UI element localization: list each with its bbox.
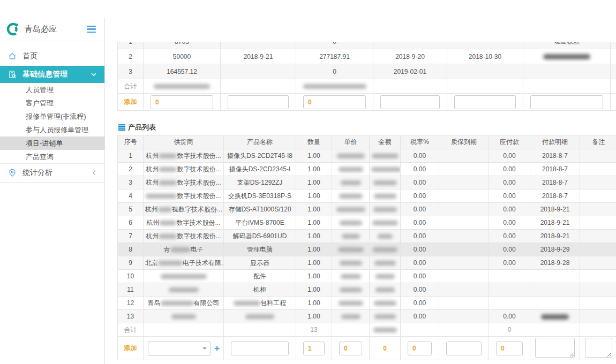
cell xyxy=(447,94,523,111)
table-row[interactable]: 7杭州数字技术股份...解码器DS-6901UD1.000.000.002018… xyxy=(118,230,616,243)
cell: 2018-9-21 xyxy=(530,230,580,243)
cell: 包料工程 xyxy=(224,297,296,310)
cell xyxy=(611,94,616,111)
table-row[interactable]: 187050现金收款 xyxy=(118,42,616,49)
list-icon xyxy=(118,124,125,131)
redacted-blur xyxy=(342,234,360,239)
sidebar-subitem-客户管理[interactable]: 客户管理 xyxy=(0,96,104,110)
cell xyxy=(580,149,616,163)
cell: 11 xyxy=(118,283,144,297)
table-row[interactable]: 9北京电子技术有限...显示器1.000.000.002018-9-28 xyxy=(118,256,616,270)
table-row[interactable]: 2杭州数字技术股份...摄像头DS-2CD2345-I1.000.000.002… xyxy=(118,163,616,176)
cell xyxy=(224,323,296,337)
table-row[interactable]: 3164557.1202019-02-01 xyxy=(118,64,616,79)
table-row[interactable]: 2500002018-9-21277187.912018-9-202018-10… xyxy=(118,49,616,64)
cell: 数字技术股份... xyxy=(144,189,224,203)
table-row[interactable]: 11机柜1.000.00 xyxy=(118,283,616,297)
cell xyxy=(144,323,224,337)
sidebar-subitem-项目-进销单[interactable]: 项目-进销单 xyxy=(0,136,104,150)
cell xyxy=(144,79,221,94)
sidebar-subitem-报修单管理(非流程)[interactable]: 报修单管理(非流程) xyxy=(0,110,104,123)
cell xyxy=(530,337,580,360)
cell: 青电子 xyxy=(144,243,224,256)
sidebar-subitem-参与人员报修单管理[interactable]: 参与人员报修单管理 xyxy=(0,123,104,136)
table-row[interactable]: 5杭州视数字技术股份...存储DS-AT1000S/1201.000.000.0… xyxy=(118,203,616,216)
cell: 0.00 xyxy=(401,256,439,270)
cell: 杭州数字技术股份... xyxy=(144,149,224,163)
remark-textarea[interactable] xyxy=(585,338,612,358)
cell: 277187.91 xyxy=(296,49,373,64)
cell xyxy=(370,216,401,230)
cell: 3 xyxy=(118,176,144,189)
cell xyxy=(580,176,616,189)
total-row: 合计130 xyxy=(118,323,616,337)
cell: 12 xyxy=(118,297,144,310)
unit-price-input[interactable] xyxy=(339,342,362,355)
add-supplier-button[interactable]: + xyxy=(213,344,221,353)
redacted-blur xyxy=(339,194,363,199)
redacted-blur xyxy=(234,301,260,306)
table-row[interactable]: 1杭州数字技术股份...摄像头DS-2CD2T45-I81.000.000.00… xyxy=(118,149,616,163)
table-row[interactable]: 12青岛有限公司包料工程1.000.00 xyxy=(118,297,616,310)
hamburger-menu-icon[interactable] xyxy=(85,24,97,35)
product-name-input[interactable] xyxy=(231,342,289,355)
redacted-blur xyxy=(169,287,199,292)
cell: 1 xyxy=(118,42,144,49)
cell: 显示器 xyxy=(224,256,296,270)
sidebar-subitem-人员管理[interactable]: 人员管理 xyxy=(0,83,104,96)
payment-detail-textarea[interactable] xyxy=(535,338,575,358)
cell: 1.00 xyxy=(296,149,332,163)
payment-add-input-4[interactable] xyxy=(380,95,440,109)
cell: 0.00 xyxy=(401,297,439,310)
redacted-blur xyxy=(340,287,362,292)
cell xyxy=(401,323,439,337)
cell: 0.00 xyxy=(489,243,530,256)
cell: 北京电子技术有限... xyxy=(144,256,224,270)
cell: 0.00 xyxy=(401,203,439,216)
tax-rate-input[interactable] xyxy=(408,342,432,355)
table-row[interactable]: 131.000.000.00 xyxy=(118,310,616,323)
pin-icon xyxy=(8,169,17,177)
cell xyxy=(439,297,489,310)
cell: 配件 xyxy=(224,270,296,283)
cell: 9 xyxy=(118,256,144,270)
cell: 0.00 xyxy=(401,270,439,283)
cell xyxy=(530,310,580,323)
cell: 1.00 xyxy=(296,243,332,256)
cell xyxy=(370,243,401,256)
table-row-selected[interactable]: 8青电子管理电脑1.000.000.002018-9-29 xyxy=(118,243,616,256)
payment-add-input-3[interactable] xyxy=(303,95,366,109)
redacted-blur xyxy=(340,261,362,266)
warranty-date-input[interactable] xyxy=(446,342,482,355)
cell xyxy=(530,323,580,337)
quantity-input[interactable] xyxy=(303,342,325,355)
redacted-blur xyxy=(371,167,401,172)
table-row[interactable]: 4数字技术股份...交换机DS-3E0318P-S1.000.000.00201… xyxy=(118,189,616,203)
payment-add-input-5[interactable] xyxy=(454,95,516,109)
sidebar-item-基础信息管理[interactable]: 基础信息管理 xyxy=(0,66,104,83)
cell: 2018-8-7 xyxy=(530,149,580,163)
cell xyxy=(439,216,489,230)
cell: 1.00 xyxy=(296,310,332,323)
table-row[interactable]: 3杭州数字技术股份...支架DS-1292ZJ1.000.000.002018-… xyxy=(118,176,616,189)
cell: + xyxy=(144,337,224,360)
sidebar-item-首页[interactable]: 首页 xyxy=(0,46,104,66)
product-list-label: 产品列表 xyxy=(128,123,156,132)
table-row[interactable]: 6杭州数字技术股份...平台iVMS-8700E1.000.000.002018… xyxy=(118,216,616,230)
payment-add-input-1[interactable] xyxy=(151,95,213,109)
cell xyxy=(489,270,530,283)
cell xyxy=(144,310,224,323)
table-row[interactable]: 10配件1.000.00 xyxy=(118,270,616,283)
sidebar-subitem-产品查询[interactable]: 产品查询 xyxy=(0,150,104,163)
payable-input[interactable] xyxy=(496,342,523,355)
cell xyxy=(580,256,616,270)
sidebar-item-统计分析[interactable]: 统计分析 xyxy=(0,163,104,183)
payment-add-input-2[interactable] xyxy=(228,95,289,109)
payment-add-input-6[interactable] xyxy=(530,95,603,109)
redacted-blur xyxy=(373,247,397,252)
cell xyxy=(370,189,401,203)
cell xyxy=(439,323,489,337)
redacted-blur xyxy=(374,301,396,306)
supplier-select[interactable] xyxy=(148,341,211,356)
cell: 摄像头DS-2CD2345-I xyxy=(224,163,296,176)
